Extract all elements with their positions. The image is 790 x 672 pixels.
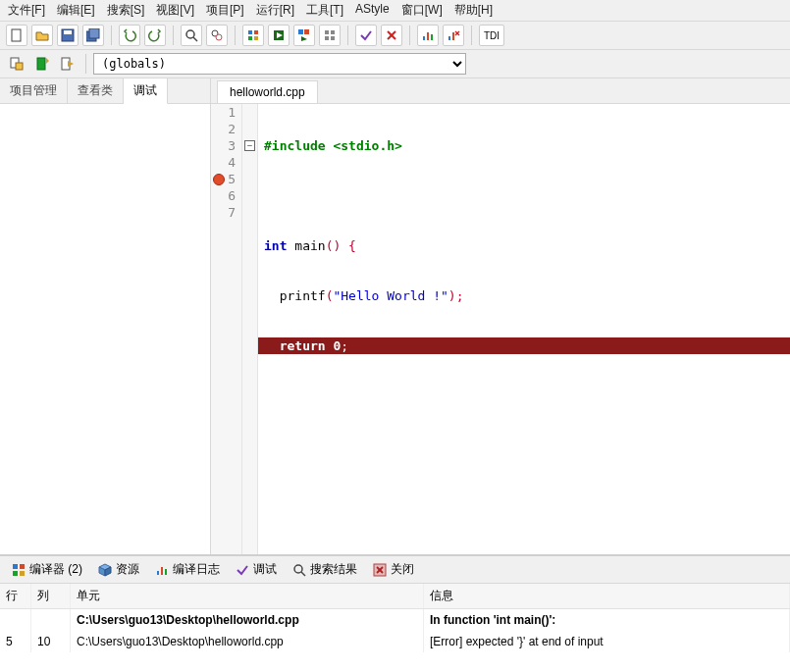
svg-rect-40 (20, 571, 25, 576)
menu-bar: 文件[F] 编辑[E] 搜索[S] 视图[V] 项目[P] 运行[R] 工具[T… (0, 0, 790, 22)
insert-button[interactable] (6, 53, 27, 75)
btab-debug-label: 调试 (253, 561, 277, 578)
cell-line (0, 609, 31, 631)
svg-marker-36 (68, 61, 74, 67)
debug-check-button[interactable] (355, 25, 377, 46)
run-button[interactable] (268, 25, 290, 46)
menu-window[interactable]: 窗口[W] (401, 2, 443, 19)
debug-stop-button[interactable] (381, 25, 402, 46)
save-all-button[interactable] (82, 25, 104, 46)
svg-rect-25 (427, 32, 429, 40)
svg-rect-15 (298, 29, 303, 34)
grid-icon (12, 563, 26, 577)
tab-project[interactable]: 项目管理 (0, 78, 68, 103)
svg-rect-4 (89, 28, 99, 38)
cell-line: 5 (0, 631, 31, 652)
left-panel-tabs: 项目管理 查看类 调试 (0, 78, 210, 104)
btab-compile-log[interactable]: 编译日志 (151, 559, 224, 580)
replace-button[interactable] (206, 25, 228, 46)
save-button[interactable] (57, 25, 79, 46)
svg-rect-33 (37, 58, 45, 70)
svg-rect-45 (161, 567, 163, 575)
code-editor[interactable]: 1 2 3 4 5 6 7 − #include <stdio.h> i (211, 104, 790, 554)
menu-tools[interactable]: 工具[T] (306, 2, 343, 19)
btab-close-label: 关闭 (391, 561, 414, 578)
fold-toggle-line-3[interactable]: − (244, 140, 255, 151)
cell-unit: C:\Users\guo13\Desktop\helloworld.cpp (71, 631, 424, 652)
tab-debug[interactable]: 调试 (124, 78, 168, 104)
col-col[interactable]: 列 (31, 584, 71, 608)
code-text[interactable]: #include <stdio.h> int main() { printf("… (258, 104, 790, 554)
editor-area: helloworld.cpp 1 2 3 4 5 6 7 − (211, 78, 790, 554)
col-line[interactable]: 行 (0, 584, 31, 608)
open-file-button[interactable] (31, 25, 53, 46)
btab-close[interactable]: 关闭 (369, 559, 418, 580)
compile-button[interactable] (242, 25, 264, 46)
svg-rect-18 (325, 30, 329, 34)
rebuild-button[interactable] (319, 25, 341, 46)
message-row[interactable]: C:\Users\guo13\Desktop\helloworld.cpp In… (0, 609, 790, 631)
btab-resources[interactable]: 资源 (94, 559, 143, 580)
svg-rect-9 (248, 30, 252, 34)
btab-debug[interactable]: 调试 (232, 559, 281, 580)
code-line-4: printf("Hello World !"); (258, 287, 790, 304)
menu-help[interactable]: 帮助[H] (454, 2, 493, 19)
btab-compile-log-label: 编译日志 (173, 561, 220, 578)
menu-view[interactable]: 视图[V] (156, 2, 194, 19)
svg-marker-17 (301, 36, 307, 41)
menu-file[interactable]: 文件[F] (8, 2, 45, 19)
close-icon (373, 563, 387, 577)
menu-run[interactable]: 运行[R] (256, 2, 294, 19)
code-line-3: int main() { (258, 237, 790, 254)
scope-dropdown[interactable]: (globals) (93, 53, 466, 75)
svg-rect-37 (13, 564, 18, 569)
btab-compiler[interactable]: 编译器 (2) (8, 559, 86, 580)
left-panel-body (0, 104, 210, 554)
scope-select[interactable]: (globals) (93, 53, 466, 75)
menu-astyle[interactable]: AStyle (355, 2, 390, 19)
goto-button[interactable] (57, 53, 79, 75)
bookmark-button[interactable] (31, 53, 53, 75)
find-button[interactable] (181, 25, 202, 46)
svg-rect-32 (16, 63, 23, 70)
svg-rect-28 (452, 32, 454, 40)
col-unit[interactable]: 单元 (71, 584, 424, 608)
svg-rect-27 (448, 36, 450, 40)
messages-table: 行 列 单元 信息 C:\Users\guo13\Desktop\hellowo… (0, 584, 790, 672)
tdm-button[interactable]: TDI (479, 25, 504, 46)
error-marker-line-5[interactable]: 5 (211, 171, 236, 187)
col-info[interactable]: 信息 (424, 584, 790, 608)
code-line-6 (258, 388, 790, 404)
left-panel: 项目管理 查看类 调试 (0, 78, 211, 554)
compile-run-button[interactable] (293, 25, 315, 46)
svg-rect-0 (12, 29, 21, 41)
messages-header: 行 列 单元 信息 (0, 584, 790, 609)
svg-rect-12 (254, 36, 258, 40)
delete-profile-button[interactable] (443, 25, 464, 46)
tab-classes[interactable]: 查看类 (68, 78, 124, 103)
menu-search[interactable]: 搜索[S] (107, 2, 145, 19)
redo-button[interactable] (144, 25, 166, 46)
svg-rect-38 (20, 564, 25, 569)
svg-rect-46 (165, 569, 167, 575)
cell-info: [Error] expected '}' at end of input (424, 631, 790, 652)
svg-rect-26 (431, 34, 433, 40)
svg-rect-39 (13, 571, 18, 576)
svg-point-8 (216, 34, 222, 40)
svg-rect-20 (325, 36, 329, 40)
svg-line-48 (301, 572, 305, 576)
cell-col: 10 (31, 631, 71, 652)
undo-button[interactable] (119, 25, 140, 46)
toolbar-scope: (globals) (0, 50, 790, 78)
menu-edit[interactable]: 编辑[E] (57, 2, 95, 19)
code-line-1: #include <stdio.h> (264, 138, 402, 153)
svg-rect-19 (331, 30, 335, 34)
file-tab-helloworld[interactable]: helloworld.cpp (217, 80, 318, 103)
workspace: 项目管理 查看类 调试 helloworld.cpp 1 2 3 4 5 6 7… (0, 78, 790, 554)
profile-button[interactable] (417, 25, 439, 46)
message-row[interactable]: 5 10 C:\Users\guo13\Desktop\helloworld.c… (0, 631, 790, 652)
toolbar-main: TDI (0, 22, 790, 50)
new-file-button[interactable] (6, 25, 27, 46)
menu-project[interactable]: 项目[P] (206, 2, 244, 19)
btab-search-results[interactable]: 搜索结果 (289, 559, 361, 580)
